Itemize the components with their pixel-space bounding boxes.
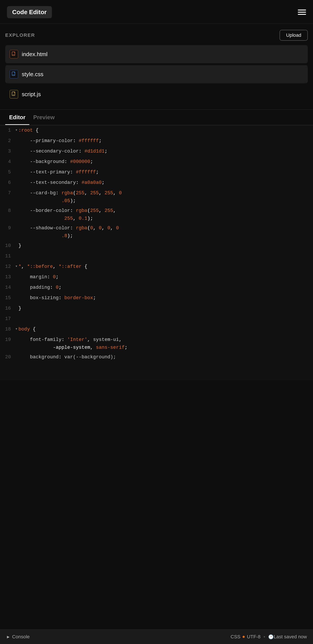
code-line-10: 10 ▾ } bbox=[0, 241, 313, 251]
code-line-5: 5 ▾ --text-primary: #ffffff; bbox=[0, 167, 313, 178]
code-line-20: 20 ▾ background: var(--background); bbox=[0, 352, 313, 362]
status-dot bbox=[243, 636, 245, 638]
svg-text:CSS: CSS bbox=[12, 74, 14, 76]
code-line-11: 11 ▾ bbox=[0, 251, 313, 262]
upload-button[interactable]: Upload bbox=[280, 30, 308, 41]
file-item-html[interactable]: HTM index.html bbox=[5, 45, 308, 63]
code-line-8: 8 ▾ --border-color: rgba(255, 255, 255, … bbox=[0, 206, 313, 223]
code-line-14: 14 ▾ padding: 0; bbox=[0, 282, 313, 293]
code-editor[interactable]: 1 ▾ :root { 2 ▾ --primary-color: #ffffff… bbox=[0, 125, 313, 380]
file-item-js[interactable]: JS script.js bbox=[5, 85, 308, 103]
code-line-15: 15 ▾ box-sizing: border-box; bbox=[0, 293, 313, 303]
last-saved-label: Last saved now bbox=[274, 634, 307, 640]
code-line-16: 16 ▾ } bbox=[0, 303, 313, 314]
svg-text:HTM: HTM bbox=[12, 54, 14, 56]
clock-icon: 🕑 bbox=[268, 634, 274, 640]
explorer-header: EXPLORER Upload bbox=[5, 30, 308, 41]
encoding-label: UTF-8 bbox=[247, 634, 260, 640]
file-name-html: index.html bbox=[22, 51, 48, 58]
header: Code Editor bbox=[0, 0, 313, 24]
code-line-7: 7 ▾ --card-bg: rgba(255, 255, 255, 0 .05… bbox=[0, 188, 313, 206]
code-line-18: 18 ▾ body { bbox=[0, 324, 313, 334]
menu-icon[interactable] bbox=[298, 10, 306, 15]
code-line-2: 2 ▾ --primary-color: #ffffff; bbox=[0, 136, 313, 146]
js-file-icon: JS bbox=[9, 90, 18, 98]
explorer-label: EXPLORER bbox=[5, 32, 35, 38]
file-type-label: CSS bbox=[231, 634, 240, 640]
console-label: Console bbox=[12, 634, 30, 640]
html-file-icon: HTM bbox=[9, 50, 18, 58]
code-line-13: 13 ▾ margin: 0; bbox=[0, 272, 313, 282]
svg-text:JS: JS bbox=[13, 94, 14, 96]
code-line-9: 9 ▾ --shadow-color: rgba(0, 0, 0, 0 .8); bbox=[0, 223, 313, 241]
explorer-section: EXPLORER Upload HTM index.html CSS style… bbox=[0, 24, 313, 110]
code-line-3: 3 ▾ --secondary-color: #d1d1d1; bbox=[0, 146, 313, 157]
console-arrow: ► bbox=[6, 634, 10, 640]
file-item-css[interactable]: CSS style.css bbox=[5, 65, 308, 83]
code-line-1: 1 ▾ :root { bbox=[0, 125, 313, 136]
tab-preview[interactable]: Preview bbox=[29, 110, 58, 125]
status-bar: ► Console CSS UTF-8 • 🕑 Last saved now bbox=[0, 630, 313, 644]
tab-editor[interactable]: Editor bbox=[5, 110, 29, 125]
console-toggle[interactable]: ► Console bbox=[6, 634, 30, 640]
code-line-4: 4 ▾ --background: #000000; bbox=[0, 157, 313, 167]
code-line-6: 6 ▾ --text-secondary: #a0a0a0; bbox=[0, 178, 313, 188]
code-line-12: 12 ▾ *, *::before, *::after { bbox=[0, 262, 313, 272]
css-file-icon: CSS bbox=[9, 70, 18, 78]
file-name-js: script.js bbox=[22, 91, 41, 98]
tabs-bar: Editor Preview bbox=[0, 110, 313, 125]
code-line-17: 17 ▾ bbox=[0, 314, 313, 324]
code-line-19: 19 ▾ font-family: 'Inter', system-ui, -a… bbox=[0, 334, 313, 352]
app-title: Code Editor bbox=[7, 6, 52, 18]
file-name-css: style.css bbox=[22, 71, 43, 78]
status-items: CSS UTF-8 • 🕑 Last saved now bbox=[43, 634, 307, 640]
